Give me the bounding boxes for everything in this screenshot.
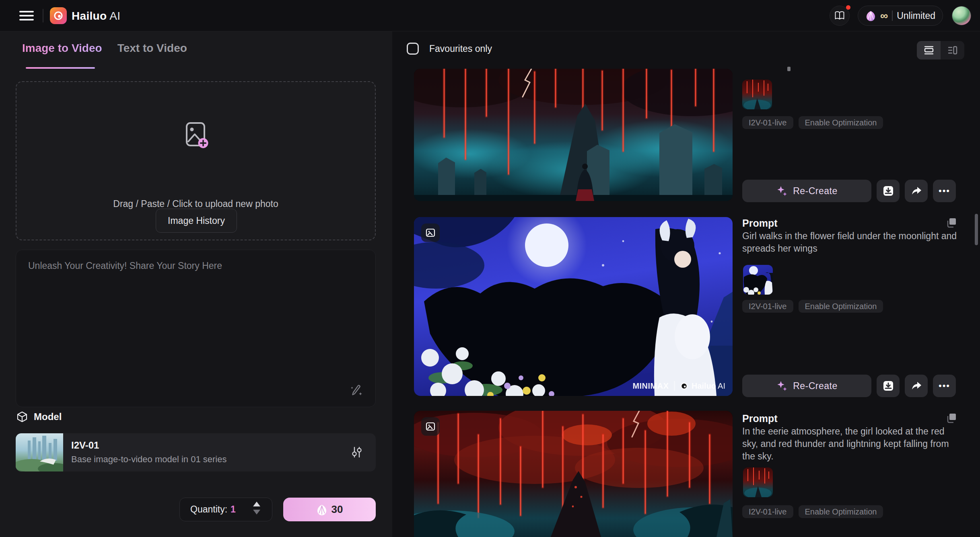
video-player-moonlight[interactable]: MINIMAX ⎮ HailuoAI: [414, 217, 733, 396]
optimization-tag: Enable Optimization: [799, 116, 883, 129]
prompt-heading: Prompt: [742, 217, 778, 229]
model-tag: I2V-01-live: [742, 300, 793, 313]
favourites-checkbox[interactable]: [407, 43, 419, 55]
active-tab-underline: [26, 67, 95, 69]
brand-light: AI: [109, 10, 120, 22]
tag-row: I2V-01-live Enable Optimization: [742, 300, 883, 313]
brand-bold: Hailuo: [72, 10, 107, 22]
quantity-stepper: Quantity: 1: [179, 498, 272, 521]
image-icon: [426, 422, 435, 431]
list-view-button[interactable]: [917, 41, 941, 59]
model-cube-icon: [16, 411, 28, 423]
menu-icon[interactable]: [19, 11, 34, 21]
tab-image-to-video[interactable]: Image to Video: [22, 42, 102, 55]
tag-row: I2V-01-live Enable Optimization: [742, 116, 883, 129]
split-view-button[interactable]: [941, 41, 964, 59]
generate-button[interactable]: 30: [283, 498, 376, 521]
download-button[interactable]: [877, 180, 900, 202]
video-player-red-sky[interactable]: [414, 411, 733, 537]
watermark-minimax: MINIMAX: [632, 381, 669, 391]
card-actions: Re-Create •••: [742, 375, 956, 397]
model-tag: I2V-01-live: [742, 505, 793, 518]
prompt-heading: Prompt: [742, 413, 778, 424]
creation-panel: Image to Video Text to Video Drag / Past…: [0, 31, 392, 537]
user-avatar[interactable]: [952, 6, 971, 25]
feed-scrollbar[interactable]: [975, 214, 978, 245]
recreate-label: Re-Create: [793, 186, 838, 197]
download-button[interactable]: [877, 375, 900, 397]
more-options-button[interactable]: •••: [933, 180, 956, 202]
more-dots-icon: •••: [939, 186, 950, 196]
upload-image-icon: [181, 120, 212, 151]
notification-dot: [846, 5, 850, 10]
optimization-tag: Enable Optimization: [799, 300, 883, 313]
card-actions: Re-Create •••: [742, 180, 956, 202]
split-view-icon: [947, 45, 958, 55]
watermark-divider: ⎮: [673, 381, 677, 391]
quantity-increase-arrow[interactable]: [253, 502, 260, 506]
thumb-art-moon: [743, 265, 773, 295]
thumb-art-red: [742, 80, 772, 109]
watermark-product: Hailuo: [692, 381, 716, 390]
tab-text-to-video[interactable]: Text to Video: [117, 42, 187, 55]
quantity-decrease-arrow[interactable]: [253, 510, 260, 514]
prompt-input-container: [16, 250, 376, 407]
source-image-thumbnail[interactable]: [742, 80, 772, 109]
brand-title: HailuoAI: [72, 10, 120, 23]
subscription-pill[interactable]: ∞ Unlimited: [858, 6, 943, 26]
quantity-value: 1: [231, 504, 236, 515]
image-to-video-badge: [421, 223, 440, 242]
copy-prompt-icon[interactable]: [946, 413, 957, 423]
share-button[interactable]: [905, 180, 928, 202]
infinity-icon: ∞: [880, 10, 888, 21]
model-section-label: Model: [34, 411, 62, 422]
source-image-thumbnail[interactable]: [743, 467, 773, 497]
source-image-thumbnail[interactable]: [743, 265, 773, 295]
watermark-hailuo: HailuoAI: [692, 381, 725, 391]
recreate-button[interactable]: Re-Create: [742, 375, 871, 397]
prompt-input[interactable]: [16, 250, 375, 407]
model-name: I2V-01: [71, 440, 99, 451]
model-thumbnail: [16, 433, 63, 471]
image-upload-dropzone[interactable]: Drag / Paste / Click to upload new photo…: [16, 81, 376, 240]
image-icon: [426, 228, 435, 238]
favourites-label: Favourites only: [429, 43, 492, 54]
optimization-tag: Enable Optimization: [799, 505, 883, 518]
top-bar: HailuoAI ∞ Unlimited: [0, 0, 980, 31]
model-section-header: Model: [16, 411, 62, 423]
book-icon: [834, 11, 845, 20]
sparkles-icon: [776, 380, 788, 392]
generation-feed: Favourites only: [392, 31, 980, 537]
video-player-red-storm[interactable]: [414, 69, 733, 201]
mode-tabs: Image to Video Text to Video: [22, 42, 187, 55]
image-to-video-badge: [421, 417, 440, 436]
copy-prompt-icon[interactable]: [946, 217, 957, 228]
view-mode-toggle: [917, 41, 964, 59]
download-icon: [882, 380, 894, 392]
download-icon: [882, 185, 894, 197]
hailuo-logo-icon[interactable]: [50, 7, 67, 24]
quantity-label: Quantity:: [190, 504, 227, 515]
favourites-filter[interactable]: Favourites only: [407, 43, 492, 55]
credit-shell-icon: [316, 504, 327, 515]
share-arrow-icon: [910, 185, 922, 197]
magic-pencil-icon[interactable]: [350, 383, 363, 397]
list-view-icon: [924, 45, 934, 55]
model-description: Base image-to-video model in 01 series: [71, 454, 226, 465]
recreate-label: Re-Create: [793, 381, 838, 391]
more-dots-icon: •••: [939, 381, 950, 391]
watermark-suffix: AI: [718, 381, 725, 390]
share-arrow-icon: [910, 380, 922, 392]
recreate-button[interactable]: Re-Create: [742, 180, 871, 202]
model-tag: I2V-01-live: [742, 116, 793, 129]
more-options-button[interactable]: •••: [933, 375, 956, 397]
topbar-divider: [43, 9, 43, 23]
plan-label: Unlimited: [897, 10, 935, 21]
share-button[interactable]: [905, 375, 928, 397]
model-settings-icon[interactable]: [350, 445, 364, 459]
image-history-button[interactable]: Image History: [156, 209, 237, 233]
hailuo-spiral-icon: [680, 382, 688, 390]
model-selector-card[interactable]: I2V-01 Base image-to-video model in 01 s…: [16, 433, 376, 471]
tag-row: I2V-01-live Enable Optimization: [742, 505, 883, 518]
generate-cost: 30: [331, 503, 343, 516]
